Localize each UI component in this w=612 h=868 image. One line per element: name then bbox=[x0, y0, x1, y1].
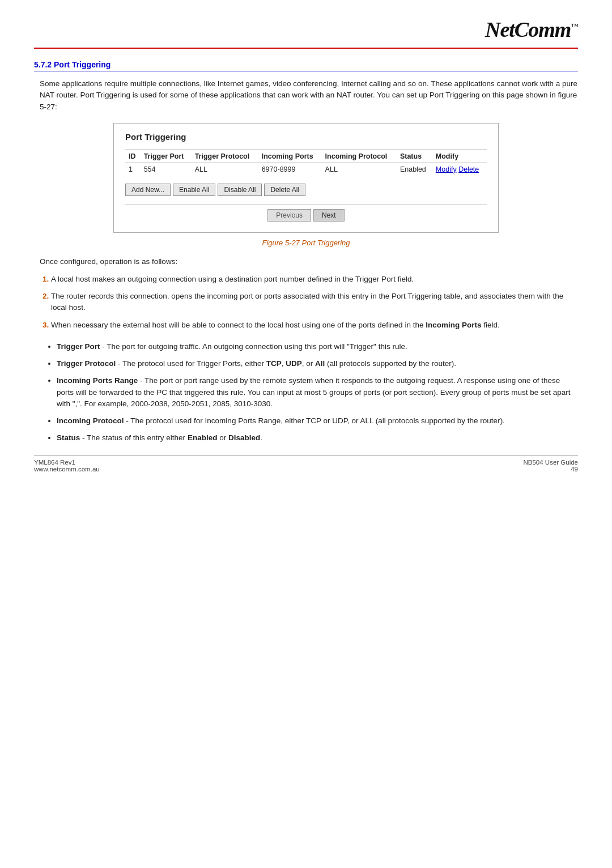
bullet-bold-3: Incoming Ports Range bbox=[57, 376, 138, 385]
col-trigger-port: Trigger Port bbox=[141, 150, 192, 163]
add-new-button[interactable]: Add New... bbox=[125, 184, 171, 196]
col-trigger-protocol: Trigger Protocol bbox=[192, 150, 258, 163]
delete-link[interactable]: Delete bbox=[458, 165, 479, 173]
table-row: 1 554 ALL 6970-8999 ALL Enabled Modify D… bbox=[125, 163, 487, 176]
logo-tm: ™ bbox=[571, 22, 578, 31]
step-2: The router records this connection, open… bbox=[51, 291, 578, 314]
footer-guide-title: NB504 User Guide bbox=[523, 459, 578, 466]
action-buttons: Add New... Enable All Disable All Delete… bbox=[125, 184, 487, 196]
once-configured-text: Once configured, operation is as follows… bbox=[34, 257, 578, 266]
table-header-row: ID Trigger Port Trigger Protocol Incomin… bbox=[125, 150, 487, 163]
cell-id: 1 bbox=[125, 163, 141, 176]
cell-trigger-protocol: ALL bbox=[192, 163, 258, 176]
page-header: NetComm™ bbox=[34, 17, 578, 49]
logo-main-text: NetComm bbox=[485, 18, 571, 41]
bullet-rest-2: - The protocol used for Trigger Ports, e… bbox=[118, 359, 456, 368]
footer-website: www.netcomm.com.au bbox=[34, 466, 100, 473]
cell-incoming-ports: 6970-8999 bbox=[258, 163, 322, 176]
previous-button[interactable]: Previous bbox=[267, 209, 311, 222]
col-modify: Modify bbox=[432, 150, 487, 163]
page-footer: YML864 Rev1 www.netcomm.com.au NB504 Use… bbox=[34, 455, 578, 473]
cell-trigger-port: 554 bbox=[141, 163, 192, 176]
footer-left: YML864 Rev1 www.netcomm.com.au bbox=[34, 459, 100, 473]
bullet-rest-4: - The protocol used for Incoming Ports R… bbox=[126, 416, 505, 425]
footer-yml: YML864 Rev1 bbox=[34, 459, 100, 466]
ordered-steps-list: A local host makes an outgoing connectio… bbox=[34, 274, 578, 331]
bullet-bold-5: Status bbox=[57, 433, 80, 442]
bullet-list: Trigger Port - The port for outgoing tra… bbox=[34, 341, 578, 444]
bullet-bold-2: Trigger Protocol bbox=[57, 359, 116, 368]
bullet-incoming-protocol: Incoming Protocol - The protocol used fo… bbox=[57, 415, 578, 427]
col-status: Status bbox=[397, 150, 432, 163]
disable-all-button[interactable]: Disable All bbox=[218, 184, 262, 196]
cell-status: Enabled bbox=[397, 163, 432, 176]
netcomm-logo: NetComm™ bbox=[485, 17, 578, 42]
col-id: ID bbox=[125, 150, 141, 163]
step-3: When necessary the external host will be… bbox=[51, 320, 578, 331]
bullet-incoming-ports-range: Incoming Ports Range - The port or port … bbox=[57, 375, 578, 410]
pt-box-title: Port Triggering bbox=[125, 132, 487, 142]
enable-all-button[interactable]: Enable All bbox=[173, 184, 215, 196]
footer-page-number: 49 bbox=[523, 466, 578, 473]
cell-modify: Modify Delete bbox=[432, 163, 487, 176]
footer-right: NB504 User Guide 49 bbox=[523, 459, 578, 473]
bullet-rest-1: - The port for outgoing traffic. An outg… bbox=[102, 342, 407, 351]
bullet-trigger-port: Trigger Port - The port for outgoing tra… bbox=[57, 341, 578, 352]
nav-row: Previous Next bbox=[125, 204, 487, 224]
section-heading: 5.7.2 Port Triggering bbox=[34, 60, 578, 71]
bullet-bold-1: Trigger Port bbox=[57, 342, 100, 351]
bullet-bold-4: Incoming Protocol bbox=[57, 416, 124, 425]
pt-table: ID Trigger Port Trigger Protocol Incomin… bbox=[125, 150, 487, 176]
bullet-status: Status - The status of this entry either… bbox=[57, 432, 578, 444]
next-button[interactable]: Next bbox=[313, 209, 345, 222]
step-1: A local host makes an outgoing connectio… bbox=[51, 274, 578, 285]
cell-incoming-protocol: ALL bbox=[322, 163, 397, 176]
bullet-rest-5: - The status of this entry either Enable… bbox=[82, 433, 262, 442]
bullet-trigger-protocol: Trigger Protocol - The protocol used for… bbox=[57, 358, 578, 369]
modify-link[interactable]: Modify bbox=[436, 165, 457, 173]
delete-all-button[interactable]: Delete All bbox=[264, 184, 305, 196]
port-triggering-box: Port Triggering ID Trigger Port Trigger … bbox=[113, 123, 499, 233]
figure-caption: Figure 5-27 Port Triggering bbox=[34, 239, 578, 247]
col-incoming-protocol: Incoming Protocol bbox=[322, 150, 397, 163]
intro-text: Some applications require multiple conne… bbox=[34, 78, 578, 113]
col-incoming-ports: Incoming Ports bbox=[258, 150, 322, 163]
